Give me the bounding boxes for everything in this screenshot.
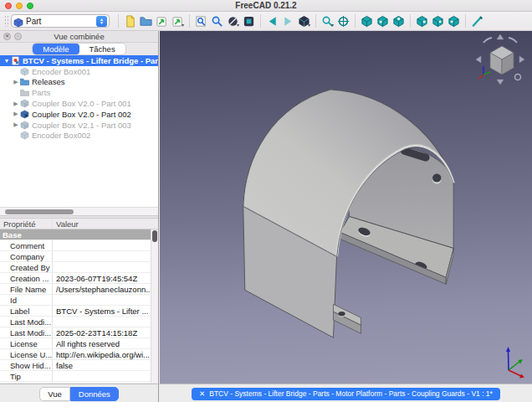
panel-tabs: Modèle Tâches bbox=[0, 43, 158, 55]
nav-arrow-down bbox=[497, 80, 504, 85]
tree-row-encoder-box001[interactable]: Encoder Box001 bbox=[0, 66, 158, 77]
property-row[interactable]: Id bbox=[0, 295, 158, 306]
folder-icon bbox=[20, 88, 29, 97]
part-icon bbox=[20, 121, 29, 130]
main-toolbar: Part ▲▼ ▾ ▾ ▾ ▾ bbox=[0, 12, 532, 31]
stop-icon[interactable]: ▾ bbox=[225, 13, 241, 29]
tree-row-coupler-002[interactable]: ▶ Coupler Box V2.0 - Part 002 bbox=[0, 109, 158, 120]
property-row[interactable]: Company bbox=[0, 251, 158, 262]
property-row[interactable]: Tip bbox=[0, 371, 158, 382]
property-row[interactable]: License U...http://en.wikipedia.org/wi..… bbox=[0, 349, 158, 360]
top-view-icon[interactable] bbox=[391, 13, 407, 29]
tree-label: Coupler Box V2.0 - Part 001 bbox=[32, 99, 131, 108]
property-row[interactable]: Created By bbox=[0, 262, 158, 273]
tree-label: Encoder Box001 bbox=[32, 67, 90, 76]
scrollbar-thumb[interactable] bbox=[152, 230, 157, 242]
measure-icon[interactable] bbox=[469, 13, 485, 29]
column-valeur: Valeur bbox=[52, 219, 158, 229]
tree-label: Parts bbox=[32, 88, 50, 97]
tree-row-coupler-003[interactable]: ▶ Coupler Box V2.1 - Part 003 bbox=[0, 120, 158, 131]
tree-row-parts[interactable]: Parts bbox=[0, 87, 158, 98]
tree-label: BTCV - Systems - Lifter Bridge - Parts bbox=[23, 56, 158, 65]
tree-label: Coupler Box V2.0 - Part 002 bbox=[32, 110, 131, 119]
combined-view-panel: ✕ ◦ Vue combinée Modèle Tâches ▼ BTCV - … bbox=[0, 31, 159, 384]
front-view-icon[interactable] bbox=[375, 13, 391, 29]
property-row[interactable]: Last Modi... bbox=[0, 317, 158, 327]
part-icon bbox=[20, 99, 29, 108]
undo-icon[interactable] bbox=[264, 13, 280, 29]
window-title: FreeCAD 0.21.2 bbox=[0, 1, 532, 10]
chevron-right-icon[interactable]: ▶ bbox=[12, 79, 20, 85]
document-tab[interactable]: ✕ BTCV - Systems - Lifter Bridge - Parts… bbox=[192, 388, 500, 400]
panel-title: Vue combinée bbox=[0, 32, 158, 41]
print-preview-icon[interactable] bbox=[193, 13, 209, 29]
workbench-value: Part bbox=[23, 17, 96, 26]
model-tree: ▼ BTCV - Systems - Lifter Bridge - Parts… bbox=[0, 55, 158, 207]
property-grid: Propriété Valeur Base Comment Company Cr… bbox=[0, 219, 158, 383]
document-icon bbox=[11, 56, 20, 65]
part-icon bbox=[20, 110, 29, 119]
tree-row-encoder-box002[interactable]: Encoder Box002 bbox=[0, 131, 158, 142]
scrollbar-thumb[interactable] bbox=[5, 209, 74, 214]
tree-row-coupler-001[interactable]: ▶ Coupler Box V2.0 - Part 001 bbox=[0, 98, 158, 109]
chevron-down-icon[interactable]: ▼ bbox=[3, 58, 11, 64]
right-view-icon[interactable] bbox=[414, 13, 430, 29]
property-row[interactable]: Last Modi...2025-02-23T14:15:18Z bbox=[0, 327, 158, 338]
column-propriete: Propriété bbox=[0, 219, 52, 229]
freecad-window: FreeCAD 0.21.2 Part ▲▼ ▾ ▾ ▾ ▾ bbox=[0, 0, 532, 402]
property-row[interactable]: File Name/Users/stephaneclauzonn... bbox=[0, 284, 158, 295]
chevron-right-icon[interactable]: ▶ bbox=[12, 121, 20, 128]
tab-vue[interactable]: Vue bbox=[39, 387, 70, 401]
property-row[interactable]: LabelBTCV - Systems - Lifter ... bbox=[0, 306, 158, 317]
nav-arrow-up bbox=[497, 34, 504, 39]
navigation-cube[interactable] bbox=[473, 33, 527, 86]
open-folder-icon[interactable] bbox=[138, 13, 154, 29]
box-icon bbox=[20, 67, 29, 76]
navcube-axes-icon bbox=[478, 66, 490, 79]
tree-label: Coupler Box V2.1 - Part 003 bbox=[32, 121, 131, 130]
document-tab-label: BTCV - Systems - Lifter Bridge - Parts -… bbox=[209, 389, 493, 398]
tab-taches[interactable]: Tâches bbox=[79, 44, 125, 54]
workbench-selector[interactable]: Part ▲▼ bbox=[11, 14, 110, 28]
3d-viewport[interactable] bbox=[160, 31, 532, 384]
axonometric-view-icon[interactable] bbox=[359, 13, 375, 29]
property-grid-header: Propriété Valeur bbox=[0, 219, 158, 229]
chevron-right-icon[interactable]: ▶ bbox=[12, 111, 20, 117]
search-icon[interactable] bbox=[209, 13, 225, 29]
property-row[interactable]: LicenseAll rights reserved bbox=[0, 338, 158, 349]
tree-horizontal-scrollbar[interactable] bbox=[0, 207, 158, 215]
bottom-bar: Vue Données ✕ BTCV - Systems - Lifter Br… bbox=[0, 384, 532, 402]
chevron-right-icon[interactable]: ▶ bbox=[12, 100, 20, 107]
tab-modele[interactable]: Modèle bbox=[33, 44, 79, 54]
toolbar-drag-handle[interactable] bbox=[4, 15, 8, 27]
close-icon[interactable]: ✕ bbox=[199, 389, 205, 398]
property-group-base[interactable]: Base bbox=[0, 229, 158, 240]
zoom-icon[interactable]: ▾ bbox=[320, 13, 335, 29]
tree-row-releases[interactable]: ▶ Releases bbox=[0, 77, 158, 88]
document-tab-bar: ✕ BTCV - Systems - Lifter Bridge - Parts… bbox=[160, 384, 532, 402]
tree-label: Encoder Box002 bbox=[32, 131, 90, 140]
tree-row-document[interactable]: ▼ BTCV - Systems - Lifter Bridge - Parts bbox=[0, 55, 158, 66]
redo-icon[interactable] bbox=[280, 13, 296, 29]
nav-arrow-right bbox=[519, 56, 524, 63]
new-document-icon[interactable] bbox=[122, 13, 138, 29]
draw-style-icon[interactable]: ▾ bbox=[296, 13, 312, 29]
panel-header: ✕ ◦ Vue combinée bbox=[0, 31, 158, 43]
property-row[interactable]: Comment bbox=[0, 240, 158, 251]
fit-all-icon[interactable] bbox=[335, 13, 351, 29]
property-row[interactable]: Show Hid...false bbox=[0, 360, 158, 371]
edit-mode-icon[interactable] bbox=[241, 13, 257, 29]
property-view-tabs: Vue Données bbox=[0, 384, 159, 402]
bottom-view-icon[interactable] bbox=[446, 13, 462, 29]
save-as-icon[interactable]: ▾ bbox=[170, 13, 186, 29]
folder-icon bbox=[20, 77, 29, 86]
property-row[interactable]: Creation ...2023-06-07T19:45:54Z bbox=[0, 273, 158, 284]
tab-donnees[interactable]: Données bbox=[70, 387, 119, 401]
rear-view-icon[interactable] bbox=[430, 13, 446, 29]
save-icon[interactable] bbox=[154, 13, 170, 29]
tree-label: Releases bbox=[32, 77, 65, 86]
property-vertical-scrollbar[interactable] bbox=[151, 229, 158, 383]
workbench-stepper-icon[interactable]: ▲▼ bbox=[96, 16, 107, 27]
nav-arrow-left bbox=[476, 56, 481, 63]
axis-indicator bbox=[495, 342, 527, 379]
